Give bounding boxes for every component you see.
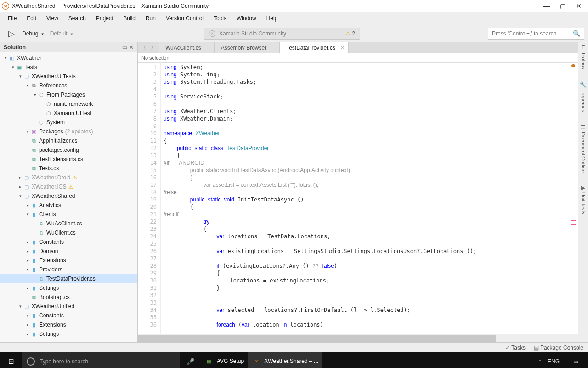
maximize-button[interactable]: ▢ [560,2,566,10]
menu-build[interactable]: Build [119,14,140,23]
nav-fwd-icon[interactable]: 〉 [151,44,156,52]
tasks-button[interactable]: ✓Tasks [505,345,526,351]
tree-node[interactable]: ▸▢XWeather.Droid⚠ [0,173,137,182]
menu-help[interactable]: Help [262,14,282,23]
tree-node[interactable]: ▸▢XWeather.iOS⚠ [0,182,137,191]
statusbar: ✓Tasks ▤Package Console [0,342,588,352]
tree-node[interactable]: ▾▮Clients [0,210,137,219]
tree-node[interactable]: ▸▮Settings [0,283,137,293]
menu-file[interactable]: File [4,14,21,23]
package-console-button[interactable]: ▤Package Console [534,345,583,351]
solution-header: Solution ▭✕ [0,42,137,52]
tree-node[interactable]: ▾◧XWeather [0,53,137,63]
breadcrumb[interactable]: No selection [138,53,588,63]
search-icon: 🔍 [573,30,580,37]
tab-row: 〈 〉 WuAcClient.csAssembly BrowserTestDat… [138,42,588,53]
tree-node[interactable]: ⧉Bootstrap.cs [0,293,137,302]
menu-edit[interactable]: Edit [23,14,40,23]
minimap[interactable] [571,63,576,330]
menu-run[interactable]: Run [141,14,160,23]
tree-node[interactable]: ▸▮Constants [0,311,137,320]
tree-node[interactable]: ▾⬡From Packages [0,90,137,99]
app-icon: ✕ [2,2,9,10]
close-button[interactable]: ✕ [576,2,582,10]
tree-node[interactable]: ⧉packages.config [0,145,137,155]
taskbar-item[interactable]: ✕XWeather.Shared – ... [248,352,322,368]
tree-node[interactable]: ▸▣Packages (2 updates) [0,127,137,136]
tree-node[interactable]: ⬡Xamarin.UITest [0,109,137,118]
global-search[interactable]: 🔍 [488,28,584,40]
toolbar: ▷ Debug ▼ Default ▼ ✕ Xamarin Studio Com… [0,25,588,42]
solution-pane: Solution ▭✕ ▾◧XWeather▾▣Tests▾▢XWeather.… [0,42,138,342]
editor-area: 〈 〉 WuAcClient.csAssembly BrowserTestDat… [138,42,588,342]
taskbar-search[interactable]: Type here to search [22,352,180,368]
tree-node[interactable]: ▾⧉References [0,81,137,90]
status-center[interactable]: ✕ Xamarin Studio Community ⚠ 2 [204,28,360,40]
cortana-icon [27,357,35,366]
nav-back-icon[interactable]: 〈 [141,44,146,52]
window-title: XWeather.Shared – Providers\TestDataProv… [12,3,209,9]
tray-overflow-icon[interactable]: ˄ [539,359,541,364]
lang-indicator[interactable]: ENG [548,358,560,365]
tree-node[interactable]: ⬡System [0,118,137,127]
menu-tools[interactable]: Tools [209,14,231,23]
menu-view[interactable]: View [42,14,62,23]
taskbar-item[interactable]: ▦AVG Setup [200,352,248,368]
start-button[interactable]: ⊞ [0,357,22,366]
right-dock-tabs: TToolbox🔧Properties☰Document Outline▶Uni… [578,42,588,342]
tree-node[interactable]: ⧉TestDataProvider.cs [0,274,137,283]
menu-project[interactable]: Project [92,14,117,23]
tree-node[interactable]: ▸▮Constants [0,237,137,247]
tree-node[interactable]: ⧉AppInitializer.cs [0,136,137,145]
menubar: FileEditViewSearchProjectBuildRunVersion… [0,12,588,25]
notifications-icon[interactable]: ▭ [566,352,585,368]
tree-node[interactable]: ⧉WuClient.cs [0,228,137,237]
run-button[interactable]: ▷ [4,29,19,39]
tree-node[interactable]: ▸▮Analytics [0,201,137,210]
pane-close-icon[interactable]: ✕ [129,44,134,51]
menu-version-control[interactable]: Version Control [162,14,208,23]
config-dropdown[interactable]: Debug ▼ [19,29,47,38]
tree-node[interactable]: ⬡nunit.framework [0,99,137,109]
dock-tab-document-outline[interactable]: Document Outline [581,132,586,172]
menu-window[interactable]: Window [232,14,260,23]
tab-close-icon[interactable]: ✕ [340,45,345,51]
tree-node[interactable]: ⧉WuAcClient.cs [0,219,137,228]
tree-node[interactable]: ⧉TestExtensions.cs [0,155,137,164]
search-input[interactable] [492,30,573,37]
editor-tab[interactable]: TestDataProvider.cs✕ [280,42,349,53]
target-dropdown[interactable]: Default ▼ [47,29,76,38]
minimize-button[interactable]: — [543,2,550,10]
warning-icon: ⚠ [345,30,351,37]
mic-icon[interactable]: 🎤 [180,358,200,365]
tree-node[interactable]: ▾▢XWeather.Unified [0,302,137,311]
xamarin-icon: ✕ [209,30,215,37]
tree-node[interactable]: ▸▮Domain [0,247,137,256]
tree-node[interactable]: ▾▢XWeather.Shared [0,191,137,201]
tree-node[interactable]: ⧉Tests.cs [0,164,137,173]
tree-node[interactable]: ▸▮Settings [0,329,137,339]
dock-tab-unit-tests[interactable]: Unit Tests [581,192,586,214]
line-gutter: 1234567891011121314151617181920212223242… [138,63,161,334]
editor-tab[interactable]: WuAcClient.cs [159,42,215,53]
pane-undock-icon[interactable]: ▭ [122,44,127,51]
solution-tree[interactable]: ▾◧XWeather▾▣Tests▾▢XWeather.UITests▾⧉Ref… [0,52,137,342]
dock-tab-toolbox[interactable]: Toolbox [581,52,586,69]
code-editor[interactable]: using System; using System.Linq; using S… [161,63,588,334]
tree-node[interactable]: ▾▮Providers [0,265,137,274]
windows-taskbar: ⊞ Type here to search 🎤 ▦AVG Setup✕XWeat… [0,352,588,368]
tree-node[interactable]: ▾▣Tests [0,63,137,72]
menu-search[interactable]: Search [64,14,90,23]
tree-node[interactable]: ▸▮Extensions [0,256,137,265]
dock-tab-properties[interactable]: Properties [581,89,586,112]
h-scrollbar[interactable]: ▶ [138,334,588,342]
tree-node[interactable]: ▾▢XWeather.UITests [0,72,137,81]
titlebar: ✕ XWeather.Shared – Providers\TestDataPr… [0,0,588,12]
editor-tab[interactable]: Assembly Browser [215,42,280,53]
tree-node[interactable]: ▸▮Extensions [0,320,137,329]
